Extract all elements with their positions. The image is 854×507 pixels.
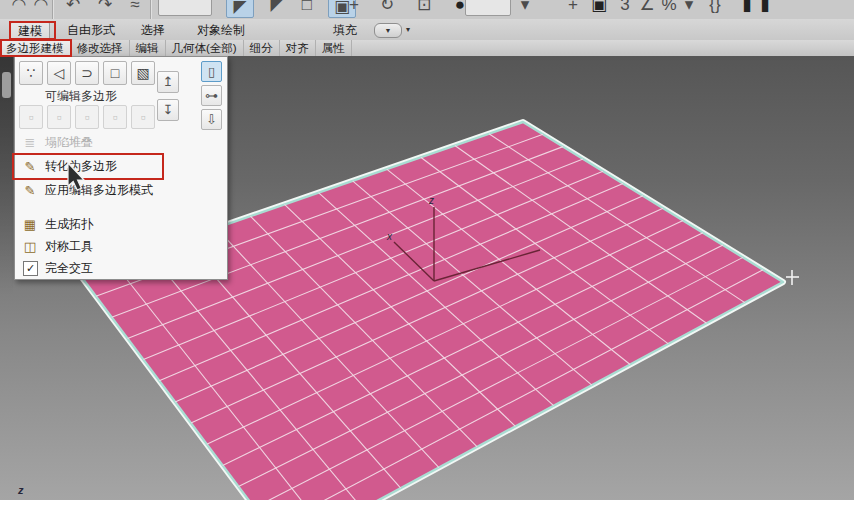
use-selection-center-icon[interactable]: + <box>560 0 586 17</box>
menu-item-icon: ▦ <box>22 217 38 232</box>
preview-vertex-icon[interactable]: ▫ <box>19 105 43 129</box>
panel-properties[interactable]: 属性 <box>316 40 352 56</box>
bottom-border <box>0 500 854 507</box>
panel-modify-selection[interactable]: 修改选择 <box>71 40 130 56</box>
panel-align[interactable]: 对齐 <box>280 40 316 56</box>
element-icon[interactable]: ▧ <box>131 61 155 85</box>
pin-stack-icon[interactable]: ⊶ <box>201 85 222 106</box>
reference-coordinate-dropdown[interactable] <box>465 0 511 16</box>
select-and-rotate-icon[interactable]: ↻ <box>374 0 400 17</box>
menu-item-4[interactable]: ◫对称工具 <box>15 235 227 257</box>
menu-item-1[interactable]: ✎转化为多边形 <box>15 153 227 179</box>
select-and-scale-icon[interactable]: ⊡ <box>411 0 437 17</box>
menu-item-icon: ◫ <box>22 239 38 254</box>
polygon-modeling-dropdown-panel: ∵◁⊃□▧ 可编辑多边形 ▫▫▫▫▫ ≣塌陷堆叠✎转化为多边形✎应用编辑多边形模… <box>14 56 228 280</box>
next-modifier-icon[interactable]: ↧ <box>157 99 179 121</box>
snap-flyout-arrow-icon[interactable]: ▾ <box>676 0 702 17</box>
coordinate-dropdown-arrow-icon[interactable]: ▾ <box>512 0 538 17</box>
preview-element-icon[interactable]: ▫ <box>131 105 155 129</box>
ribbon-minimize-button[interactable]: ▼ <box>374 23 402 38</box>
selection-filter-field[interactable] <box>158 0 212 16</box>
arc-right-icon[interactable]: ◠ <box>28 0 54 17</box>
preview-edge-icon[interactable]: ▫ <box>47 105 71 129</box>
panel-polygon-modeling[interactable]: 多边形建模 <box>0 40 71 56</box>
subobject-level-row: ∵◁⊃□▧ <box>15 61 227 89</box>
x-axis-label: x <box>386 231 393 242</box>
menu-item-label: 完全交互 <box>45 260 93 277</box>
menu-item-0[interactable]: ≣塌陷堆叠 <box>15 131 227 153</box>
undo-icon[interactable]: ↶ <box>60 0 86 17</box>
mouse-cursor-icon <box>67 162 89 194</box>
panel-edit[interactable]: 编辑 <box>130 40 166 56</box>
menu-item-3[interactable]: ▦生成拓扑 <box>15 213 227 235</box>
tab-selection[interactable]: 选择 <box>134 21 172 39</box>
ribbon-tab-bar: 建模 自由形式 选择 对象绘制 填充 ▼ ▾ <box>0 19 854 41</box>
menu-item-label: 对称工具 <box>45 238 93 255</box>
panel-subdivision[interactable]: 细分 <box>244 40 280 56</box>
world-axis-z-label: z <box>17 484 24 496</box>
rectangular-selection-region-icon[interactable]: □ <box>294 0 320 17</box>
select-object-icon[interactable]: ◤ <box>226 0 254 18</box>
preview-polygon-icon[interactable]: ▫ <box>103 105 127 129</box>
preview-border-icon[interactable]: ▫ <box>75 105 99 129</box>
menu-item-5[interactable]: ✓完全交互 <box>15 257 227 279</box>
tab-modeling[interactable]: 建模 <box>10 21 50 40</box>
main-toolbar: ◠◠↶↷≈◤◤□▣+↻⊡●▾+▣3∠%▾{}▮▮ <box>0 0 854 20</box>
toolbar-separator-1 <box>52 0 54 19</box>
panel-geometry-all[interactable]: 几何体(全部) <box>166 40 244 56</box>
keyboard-override-icon[interactable]: {} <box>702 0 728 17</box>
polygon-icon[interactable]: □ <box>103 61 127 85</box>
tab-object-paint[interactable]: 对象绘制 <box>190 21 252 39</box>
menu-item-icon: ✎ <box>22 159 38 174</box>
ribbon-minimize-caret-icon[interactable]: ▾ <box>406 25 410 34</box>
menu-item-label: 塌陷堆叠 <box>45 134 93 151</box>
selection-bracket-icon <box>786 270 799 285</box>
align-icon[interactable]: ▮ <box>752 0 778 17</box>
disabled-subobject-row: ▫▫▫▫▫ <box>15 105 227 131</box>
menu-item-2[interactable]: ✎应用编辑多边形模式 <box>15 179 227 201</box>
screenshot-root: ◠◠↶↷≈◤◤□▣+↻⊡●▾+▣3∠%▾{}▮▮ 建模 自由形式 选择 对象绘制… <box>0 0 854 507</box>
object-type-label: 可编辑多边形 <box>15 89 147 105</box>
z-axis-label: z <box>428 195 434 206</box>
select-and-link-icon[interactable]: ≈ <box>122 0 148 17</box>
menu-item-icon: ✎ <box>22 183 38 198</box>
panel-menu: ≣塌陷堆叠✎转化为多边形✎应用编辑多边形模式▦生成拓扑◫对称工具✓完全交互 <box>15 131 227 279</box>
redo-icon[interactable]: ↷ <box>92 0 118 17</box>
border-icon[interactable]: ⊃ <box>75 61 99 85</box>
menu-item-label: 应用编辑多边形模式 <box>45 182 153 199</box>
tab-populate[interactable]: 填充 <box>326 21 364 39</box>
checkbox-checked-icon: ✓ <box>23 261 38 276</box>
toolbar-separator-2 <box>150 0 152 19</box>
edge-icon[interactable]: ◁ <box>47 61 71 85</box>
menu-item-icon: ≣ <box>22 135 38 150</box>
vertex-icon[interactable]: ∵ <box>19 61 43 85</box>
collapse-to-icon[interactable]: ⇩ <box>201 109 222 130</box>
show-end-result-toggle[interactable]: ▯ <box>201 61 222 82</box>
previous-modifier-icon[interactable]: ↥ <box>157 71 179 93</box>
tab-freeform[interactable]: 自由形式 <box>60 21 122 39</box>
select-by-name-icon[interactable]: ◤ <box>264 0 290 17</box>
snaps-toggle-icon[interactable]: ▣ <box>586 0 612 17</box>
menu-item-label: 生成拓扑 <box>45 216 93 233</box>
collapsed-side-tab[interactable] <box>2 72 11 98</box>
select-and-move-icon[interactable]: + <box>341 0 367 17</box>
ribbon-panel-bar: 多边形建模 修改选择 编辑 几何体(全部) 细分 对齐 属性 <box>0 40 854 57</box>
